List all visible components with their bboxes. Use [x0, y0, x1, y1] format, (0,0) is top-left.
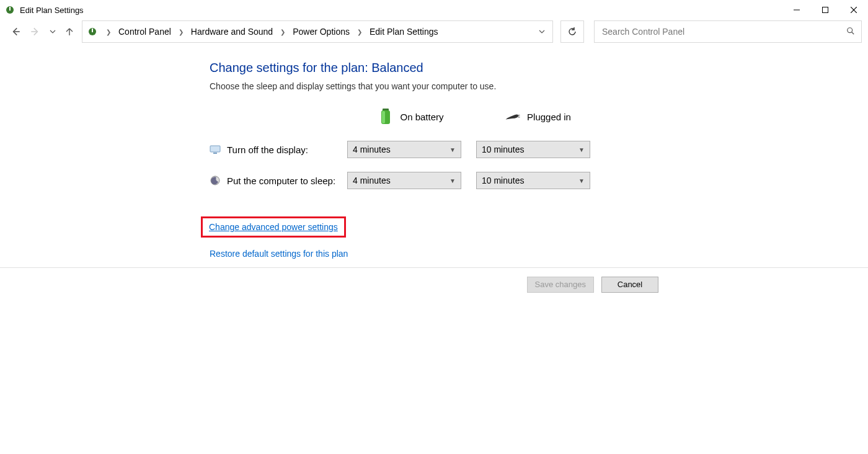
sleep-battery-dropdown[interactable]: 4 minutes ▼: [347, 172, 461, 189]
maximize-button[interactable]: [811, 0, 839, 20]
search-input[interactable]: [601, 26, 846, 37]
svg-line-11: [852, 32, 854, 34]
row-sleep-label: Put the computer to sleep:: [210, 175, 347, 186]
chevron-right-icon[interactable]: ❯: [102, 29, 115, 35]
minimize-button[interactable]: [782, 0, 811, 20]
nav-arrows: [10, 26, 74, 37]
power-options-icon: [86, 25, 99, 38]
col-battery-label: On battery: [400, 112, 443, 122]
back-button[interactable]: [10, 26, 21, 37]
col-plugged-label: Plugged in: [527, 112, 571, 122]
chevron-right-icon[interactable]: ❯: [277, 29, 289, 35]
display-plugged-dropdown[interactable]: 10 minutes ▼: [476, 141, 590, 158]
row-sleep: Put the computer to sleep: 4 minutes ▼ 1…: [210, 172, 868, 189]
sleep-plugged-dropdown[interactable]: 10 minutes ▼: [476, 172, 590, 189]
content: Change settings for the plan: Balanced C…: [0, 43, 868, 259]
search-box[interactable]: [594, 20, 862, 43]
svg-rect-15: [518, 115, 520, 116]
sleep-icon: [210, 175, 221, 186]
forward-button[interactable]: [30, 26, 41, 37]
footer: Save changes Cancel: [0, 267, 868, 301]
chevron-down-icon: ▼: [450, 177, 456, 184]
highlighted-link-box: Change advanced power settings: [201, 216, 346, 238]
display-battery-dropdown[interactable]: 4 minutes ▼: [347, 141, 461, 158]
chevron-down-icon: ▼: [450, 146, 456, 153]
svg-rect-3: [823, 7, 828, 13]
svg-rect-16: [518, 117, 520, 118]
restore-defaults-link[interactable]: Restore default settings for this plan: [210, 249, 868, 259]
chevron-down-icon: ▼: [578, 146, 585, 153]
breadcrumb-item[interactable]: Power Options: [291, 27, 351, 37]
refresh-button[interactable]: [560, 20, 584, 43]
chevron-down-icon: ▼: [578, 177, 585, 184]
svg-point-10: [848, 27, 852, 32]
page-heading: Change settings for the plan: Balanced: [210, 61, 868, 75]
plug-icon: [505, 106, 521, 127]
page-subtext: Choose the sleep and display settings th…: [210, 81, 868, 91]
display-icon: [210, 144, 221, 155]
close-button[interactable]: [839, 0, 868, 20]
row-display: Turn off the display: 4 minutes ▼ 10 min…: [210, 141, 868, 158]
cancel-button[interactable]: Cancel: [601, 277, 658, 293]
save-changes-button: Save changes: [527, 277, 594, 293]
up-button[interactable]: [64, 27, 74, 37]
chevron-right-icon[interactable]: ❯: [353, 29, 366, 35]
col-plugged-in: Plugged in: [474, 106, 601, 127]
svg-rect-17: [210, 146, 220, 152]
breadcrumb-item[interactable]: Hardware and Sound: [190, 27, 274, 37]
svg-rect-18: [213, 153, 217, 154]
chevron-right-icon[interactable]: ❯: [175, 29, 187, 35]
address-bar[interactable]: ❯ Control Panel ❯ Hardware and Sound ❯ P…: [82, 20, 553, 43]
battery-icon: [378, 106, 394, 127]
nav-row: ❯ Control Panel ❯ Hardware and Sound ❯ P…: [0, 20, 868, 43]
advanced-power-settings-link[interactable]: Change advanced power settings: [209, 222, 338, 232]
titlebar: Edit Plan Settings: [0, 0, 868, 20]
col-on-battery: On battery: [347, 106, 474, 127]
svg-rect-14: [382, 111, 385, 123]
row-display-label: Turn off the display:: [210, 144, 347, 155]
search-icon[interactable]: [846, 27, 855, 37]
recent-dropdown[interactable]: [50, 29, 56, 35]
svg-rect-1: [9, 7, 11, 11]
column-headers: On battery Plugged in: [210, 106, 868, 127]
breadcrumb-item[interactable]: Edit Plan Settings: [368, 27, 440, 37]
svg-rect-9: [92, 29, 93, 32]
power-options-icon: [5, 5, 15, 15]
window-title: Edit Plan Settings: [20, 6, 84, 15]
window-controls: [782, 0, 868, 20]
address-dropdown[interactable]: [535, 27, 549, 37]
breadcrumb-item[interactable]: Control Panel: [117, 27, 172, 37]
